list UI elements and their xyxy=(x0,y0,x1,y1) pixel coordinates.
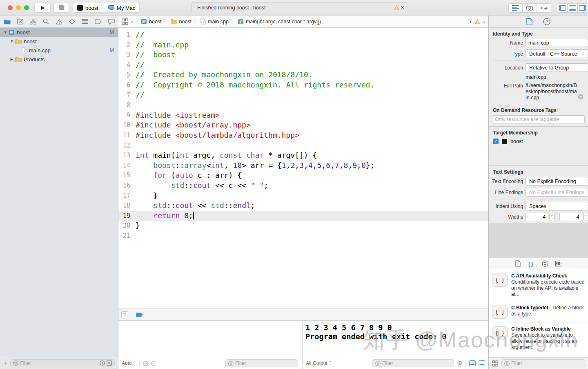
indent-width-stepper[interactable]: ⌃⌄ xyxy=(584,213,588,221)
standard-editor-button[interactable] xyxy=(508,3,523,13)
info-icon[interactable]: i xyxy=(151,361,156,366)
minimize-window-button[interactable] xyxy=(16,5,21,10)
report-navigator-icon[interactable] xyxy=(108,19,115,25)
recent-files-icon[interactable] xyxy=(100,360,105,366)
variables-view[interactable]: Auto ⌃⌄ | i Filter xyxy=(118,321,302,369)
code-line-3[interactable]: 3// boost xyxy=(118,50,488,60)
media-tab-icon[interactable] xyxy=(542,260,548,267)
snippet-item-1[interactable]: { }C Block typedef - Define a block as a… xyxy=(489,301,588,322)
zoom-window-button[interactable] xyxy=(24,5,29,10)
disclosure-triangle-icon[interactable]: ▼ xyxy=(10,39,14,43)
code-line-8[interactable]: 8 xyxy=(118,100,488,110)
code-line-9[interactable]: 9#include <iostream> xyxy=(118,110,488,121)
file-templates-tab-icon[interactable] xyxy=(515,260,521,267)
show-variables-icon[interactable] xyxy=(143,361,148,366)
code-line-17[interactable]: 17 } xyxy=(118,191,488,201)
code-line-2[interactable]: 2// main.cpp xyxy=(118,40,488,50)
code-line-20[interactable]: 20} xyxy=(118,221,488,231)
back-button[interactable]: ‹ xyxy=(131,18,133,25)
show-variables-pane-button[interactable] xyxy=(469,360,476,366)
type-dropdown[interactable]: Default - C++ Source xyxy=(526,49,588,58)
clear-console-icon[interactable] xyxy=(457,360,462,367)
breadcrumb-item-1[interactable]: boost xyxy=(171,19,192,25)
show-console-pane-button[interactable] xyxy=(479,360,485,366)
toggle-debug-area-button[interactable] xyxy=(568,3,578,13)
previous-issue-button[interactable]: ‹ xyxy=(470,18,472,25)
code-line-11[interactable]: 11#include <boost/lambda/algorithm.hpp> xyxy=(118,130,488,141)
encoding-dropdown[interactable]: No Explicit Encoding xyxy=(526,177,588,186)
disclosure-triangle-icon[interactable]: ▼ xyxy=(3,30,7,34)
snippet-item-2[interactable]: { }C Inline Block as Variable - Save a b… xyxy=(489,322,588,354)
code-line-15[interactable]: 15 for (auto c : arr) { xyxy=(118,170,488,181)
name-field[interactable]: main.cpp xyxy=(526,39,588,47)
code-line-1[interactable]: 1// xyxy=(118,30,488,40)
related-items-icon[interactable] xyxy=(122,18,128,25)
variables-filter-field[interactable]: Filter xyxy=(225,359,298,367)
indent-dropdown[interactable]: Spaces xyxy=(526,202,588,210)
library-filter-field[interactable]: Filter xyxy=(501,359,585,367)
snippet-item-partial[interactable] xyxy=(489,354,588,357)
assistant-editor-button[interactable] xyxy=(523,3,537,13)
code-line-10[interactable]: 10#include <boost/array.hpp> xyxy=(118,120,488,130)
close-window-button[interactable] xyxy=(8,5,13,10)
breadcrumb-item-0[interactable]: boost xyxy=(141,18,162,25)
source-editor[interactable]: 1//2// main.cpp3// boost4//5// Created b… xyxy=(118,28,488,309)
stop-button[interactable] xyxy=(53,3,69,13)
navigator-filter-field[interactable]: Filter xyxy=(10,359,115,367)
unsaved-files-icon[interactable] xyxy=(107,360,112,366)
disclosure-triangle-icon[interactable]: ▶ xyxy=(10,57,14,61)
code-line-7[interactable]: 7// xyxy=(118,90,488,101)
quick-help-inspector-tab-icon[interactable]: ? xyxy=(543,18,550,25)
resource-tags-field[interactable]: Only resources are taggable xyxy=(492,115,585,123)
run-button[interactable] xyxy=(34,3,51,13)
test-navigator-icon[interactable] xyxy=(69,18,75,25)
code-line-6[interactable]: 6// Copyright © 2018 maochongxin. All ri… xyxy=(118,80,488,90)
code-line-19[interactable]: 19 return 0; xyxy=(118,211,488,221)
code-line-4[interactable]: 4// xyxy=(118,60,488,70)
toggle-navigator-button[interactable] xyxy=(557,3,568,13)
breakpoints-toggle-icon[interactable] xyxy=(136,312,143,318)
issue-warning-icon[interactable] xyxy=(474,19,480,24)
navigator-item-boost[interactable]: ▼boost xyxy=(0,37,118,46)
code-snippets-tab-icon[interactable]: {} xyxy=(528,261,535,267)
breakpoint-navigator-icon[interactable] xyxy=(95,19,102,24)
navigator-item-main-cpp[interactable]: c+main.cppM xyxy=(0,46,118,55)
source-control-navigator-icon[interactable] xyxy=(17,19,23,25)
tab-width-stepper[interactable]: ⌃⌄ xyxy=(550,213,554,221)
add-item-button[interactable]: + xyxy=(3,360,7,367)
code-line-18[interactable]: 18 std::cout << std::endl; xyxy=(118,201,488,211)
file-inspector-tab-icon[interactable] xyxy=(526,18,532,25)
code-line-21[interactable]: 21 xyxy=(118,231,488,241)
version-editor-button[interactable] xyxy=(537,3,551,13)
symbol-navigator-icon[interactable] xyxy=(30,19,36,25)
issue-navigator-icon[interactable] xyxy=(56,19,62,25)
lineendings-dropdown[interactable]: No Explicit Line Endings xyxy=(526,188,588,197)
console-scope-dropdown[interactable]: All Output ⌃⌄ xyxy=(306,360,331,366)
project-navigator-icon[interactable] xyxy=(4,19,11,25)
tab-width-field[interactable]: 4 xyxy=(526,213,548,221)
breadcrumb-item-3[interactable]: fmain(int argc, const char * argv[]) xyxy=(238,18,321,25)
forward-button[interactable]: › xyxy=(136,18,138,25)
code-line-16[interactable]: 16 std::cout << c << " "; xyxy=(118,181,488,191)
code-line-13[interactable]: 13int main(int argc, const char * argv[]… xyxy=(118,150,488,161)
navigator-item-boost[interactable]: ▼boostM xyxy=(0,28,118,37)
library-grid-icon[interactable] xyxy=(492,360,498,367)
find-navigator-icon[interactable] xyxy=(43,18,49,25)
location-dropdown[interactable]: Relative to Group xyxy=(526,63,588,72)
code-line-14[interactable]: 14 boost::array<int, 10> arr = {1,2,3,4,… xyxy=(118,161,488,171)
code-line-12[interactable]: 12 xyxy=(118,141,488,151)
toggle-inspector-button[interactable] xyxy=(578,3,588,13)
hide-debug-area-button[interactable]: ▽ xyxy=(121,311,128,318)
console-view[interactable]: 1 2 3 4 5 6 7 8 9 0Program ended with ex… xyxy=(302,321,488,369)
snippet-item-0[interactable]: { }C API Availability Check - Conditiona… xyxy=(489,269,588,301)
scheme-selector[interactable]: boost 〉 My Mac xyxy=(73,3,140,13)
variables-scope-dropdown[interactable]: Auto ⌃⌄ xyxy=(122,360,136,366)
console-filter-field[interactable]: Filter xyxy=(372,359,454,367)
target-membership-row[interactable]: ✓ boost xyxy=(489,139,588,144)
indent-width-field[interactable]: 4 xyxy=(559,213,582,221)
open-in-finder-arrow-icon[interactable] xyxy=(578,94,584,100)
code-line-5[interactable]: 5// Created by maochongxin on 2018/8/10. xyxy=(118,70,488,80)
breadcrumb-item-2[interactable]: c+main.cpp xyxy=(200,18,229,25)
next-issue-button[interactable]: › xyxy=(483,18,485,25)
debug-navigator-icon[interactable] xyxy=(82,19,88,24)
